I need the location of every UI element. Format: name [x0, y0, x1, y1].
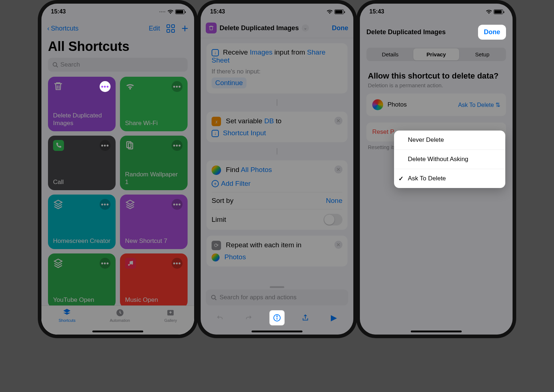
shortcut-app-icon: [206, 23, 217, 33]
tile-delete-duplicated-images[interactable]: ••• Delete Duplicated Images: [48, 77, 116, 131]
screen-shortcut-editor: 15:43 Delete Duplicated Images ⌄ Done ↓ …: [201, 4, 353, 335]
home-indicator[interactable]: [92, 331, 143, 332]
done-button[interactable]: Done: [332, 24, 348, 32]
trash-icon: [53, 81, 63, 91]
grid-view-icon[interactable]: [166, 24, 175, 33]
status-time: 15:43: [51, 8, 66, 15]
continue-pill[interactable]: Continue: [212, 77, 246, 88]
tile-share-wifi[interactable]: ••• Share Wi-Fi: [120, 77, 188, 131]
more-button[interactable]: •••: [100, 81, 111, 92]
option-ask-to-delete[interactable]: Ask To Delete: [394, 169, 505, 188]
limit-toggle[interactable]: [324, 214, 342, 225]
more-button[interactable]: •••: [172, 258, 182, 269]
svg-line-1: [56, 66, 58, 67]
tab-bar: Shortcuts Automation Gallery: [41, 305, 194, 335]
tile-new-shortcut-7[interactable]: ••• New Shortcut 7: [120, 195, 188, 249]
receive-action-card[interactable]: ↓ Receive Images input from Share Sheet …: [206, 43, 348, 93]
tile-homescreen-creator[interactable]: ••• Homescreen Creator: [48, 195, 116, 249]
tile-music-open[interactable]: ••• Music Open: [120, 253, 188, 308]
svg-point-0: [53, 63, 57, 66]
editor-body: ↓ Receive Images input from Share Sheet …: [201, 38, 353, 272]
gallery-icon: [165, 308, 176, 317]
more-button[interactable]: •••: [100, 140, 111, 151]
cell-dots-icon: ••••: [159, 10, 166, 14]
tile-youtube-open[interactable]: ••• YouTube Open: [48, 253, 116, 308]
edit-button[interactable]: Edit: [149, 25, 160, 32]
status-bar: 15:43: [201, 4, 353, 20]
screen-shortcuts-list: 15:43 •••• ‹ Shortcuts Edit + All Shortc…: [41, 4, 194, 335]
add-shortcut-button[interactable]: +: [181, 22, 188, 35]
music-icon: [125, 258, 136, 269]
find-photos-card[interactable]: ✕ Find All Photos + Add Filter Sort by N…: [206, 160, 348, 230]
input-icon: ↓: [212, 49, 219, 56]
tab-gallery[interactable]: Gallery: [164, 308, 177, 335]
tab-shortcuts[interactable]: Shortcuts: [59, 308, 75, 335]
sort-by-row[interactable]: Sort by None: [212, 192, 342, 209]
more-button[interactable]: •••: [172, 199, 182, 210]
home-indicator[interactable]: [411, 331, 462, 332]
remove-action-button[interactable]: ✕: [334, 117, 342, 125]
editor-header: Delete Duplicated Images ⌄ Done: [201, 20, 353, 38]
wifi-icon: [326, 9, 333, 14]
section-subtitle: Deletion is a permanent action.: [360, 82, 513, 93]
battery-icon: [334, 9, 344, 14]
photos-permission-row[interactable]: Photos Ask To Delete ⇅: [366, 93, 506, 116]
phone-icon: [53, 140, 64, 151]
info-button[interactable]: [269, 310, 285, 325]
action-search[interactable]: Search for apps and actions: [206, 289, 348, 305]
option-never-delete[interactable]: Never Delete: [394, 131, 505, 150]
status-time: 15:43: [369, 8, 384, 15]
stack-icon: [125, 199, 135, 209]
play-button[interactable]: ▶: [326, 310, 342, 325]
option-delete-without-asking[interactable]: Delete Without Asking: [394, 150, 505, 169]
search-icon: [211, 295, 217, 300]
remove-action-button[interactable]: ✕: [334, 165, 342, 173]
undo-button[interactable]: [212, 310, 228, 325]
more-button[interactable]: •••: [100, 258, 111, 269]
wifi-icon: [167, 9, 174, 14]
back-button[interactable]: ‹ Shortcuts: [47, 25, 79, 32]
share-button[interactable]: [298, 310, 313, 325]
stack-icon: [53, 258, 63, 268]
photos-icon: [212, 253, 220, 261]
settings-title: Delete Duplicated Images: [366, 28, 446, 36]
battery-icon: [494, 9, 503, 14]
more-button[interactable]: •••: [172, 140, 182, 151]
search-field[interactable]: Search: [48, 58, 188, 72]
tab-details[interactable]: Details: [367, 48, 413, 60]
drag-handle[interactable]: [270, 286, 284, 288]
shortcut-title[interactable]: Delete Duplicated Images: [220, 24, 299, 32]
remove-action-button[interactable]: ✕: [334, 241, 342, 249]
more-button[interactable]: •••: [172, 81, 182, 92]
more-button[interactable]: •••: [100, 199, 111, 210]
home-indicator[interactable]: [252, 331, 302, 332]
repeat-icon: ⟳: [212, 241, 221, 250]
tile-random-wallpaper[interactable]: ••• Random Wallpaper 1: [120, 136, 188, 190]
connector: [206, 99, 348, 106]
svg-point-6: [212, 295, 215, 299]
status-bar: 15:43 ••••: [41, 4, 194, 20]
automation-icon: [115, 308, 125, 317]
settings-header: Delete Duplicated Images Done: [360, 20, 513, 45]
add-filter-button[interactable]: + Add Filter: [212, 180, 250, 188]
redo-button[interactable]: [241, 310, 256, 325]
status-time: 15:43: [210, 8, 225, 15]
layers-icon: [125, 140, 135, 150]
search-icon: [52, 62, 58, 68]
repeat-card[interactable]: ✕ ⟳ Repeat with each item in Photos: [206, 236, 348, 267]
tab-setup[interactable]: Setup: [459, 48, 505, 60]
chevron-down-icon[interactable]: ⌄: [302, 24, 309, 32]
plus-circle-icon: +: [212, 180, 219, 187]
set-variable-card[interactable]: ✕ 𝑥 Set variable DB to ↓ Shortcut Input: [206, 112, 348, 142]
input-ref-icon: ↓: [212, 130, 219, 137]
status-bar: 15:43: [360, 4, 513, 20]
permission-value[interactable]: Ask To Delete ⇅: [458, 101, 500, 108]
done-button[interactable]: Done: [478, 25, 506, 40]
tab-privacy[interactable]: Privacy: [413, 48, 459, 60]
page-title: All Shortcuts: [41, 37, 194, 58]
tile-call[interactable]: ••• Call: [48, 136, 116, 190]
permission-options-popup: Never Delete Delete Without Asking Ask T…: [394, 131, 505, 188]
screen-privacy-settings: 15:43 Delete Duplicated Images Done Deta…: [360, 4, 513, 335]
limit-row: Limit: [212, 209, 342, 230]
connector: [206, 148, 348, 155]
